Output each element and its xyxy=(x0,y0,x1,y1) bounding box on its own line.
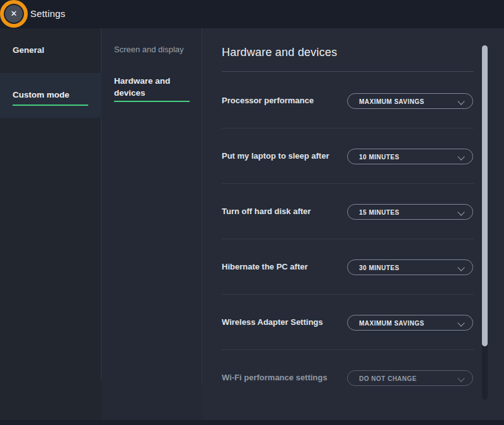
setting-label: Turn off hard disk after xyxy=(222,207,311,217)
close-icon[interactable]: ✕ xyxy=(5,5,23,23)
sidebar-item-custom-mode[interactable]: Custom mode xyxy=(0,73,101,118)
sidebar-item-label: Custom mode xyxy=(13,90,101,99)
dropdown-sleep-after[interactable]: 10 MINUTES xyxy=(347,149,473,164)
scrollbar[interactable] xyxy=(482,45,488,400)
dropdown-value: DO NOT CHANGE xyxy=(359,375,417,382)
page-title: Hardware and devices xyxy=(222,46,337,59)
divider xyxy=(222,128,474,128)
titlebar: ✕ Settings xyxy=(0,0,504,28)
chevron-down-icon xyxy=(457,153,464,160)
divider xyxy=(222,183,474,184)
divider xyxy=(222,349,474,350)
dropdown-value: 15 MINUTES xyxy=(359,209,399,216)
setting-label: Hibernate the PC after xyxy=(222,262,308,272)
sidebar-item-label: General xyxy=(13,45,101,55)
sidebar-item-general[interactable]: General xyxy=(0,28,101,69)
chevron-down-icon xyxy=(457,319,464,326)
setting-label: Wi-Fi performance settings xyxy=(222,373,327,383)
setting-label: Processor performance xyxy=(222,96,314,106)
divider xyxy=(222,239,474,239)
chevron-down-icon xyxy=(457,375,464,382)
dropdown-value: MAXIMUM SAVINGS xyxy=(359,98,424,105)
setting-label: Wireless Adapter Settings xyxy=(222,317,323,327)
dropdown-value: 10 MINUTES xyxy=(359,154,399,161)
setting-label: Put my laptop to sleep after xyxy=(222,151,329,161)
chevron-down-icon xyxy=(457,264,464,271)
dropdown-hibernate-after[interactable]: 30 MINUTES xyxy=(347,259,473,275)
chevron-down-icon xyxy=(457,98,464,105)
divider xyxy=(222,71,474,72)
subnav-item-screen-and-display[interactable]: Screen and display xyxy=(101,28,202,60)
dropdown-wireless-adapter[interactable]: MAXIMUM SAVINGS xyxy=(347,315,473,331)
subnav-item-label: Screen and display xyxy=(114,45,202,54)
dropdown-hard-disk-off[interactable]: 15 MINUTES xyxy=(347,204,473,220)
selected-underline xyxy=(13,105,88,106)
window-title: Settings xyxy=(30,8,66,19)
scrollbar-thumb[interactable] xyxy=(482,45,488,346)
window-bottom-edge xyxy=(0,420,504,425)
dropdown-wifi-performance[interactable]: DO NOT CHANGE xyxy=(347,370,473,386)
dropdown-value: 30 MINUTES xyxy=(359,264,399,271)
divider xyxy=(222,294,474,295)
subnav-item-hardware-and-devices[interactable]: Hardware and devices xyxy=(101,69,202,107)
dropdown-processor-performance[interactable]: MAXIMUM SAVINGS xyxy=(347,93,473,109)
chevron-down-icon xyxy=(457,208,464,215)
subnav-item-label: Hardware and devices xyxy=(114,75,190,99)
selected-underline xyxy=(114,101,190,102)
dropdown-value: MAXIMUM SAVINGS xyxy=(359,320,424,327)
